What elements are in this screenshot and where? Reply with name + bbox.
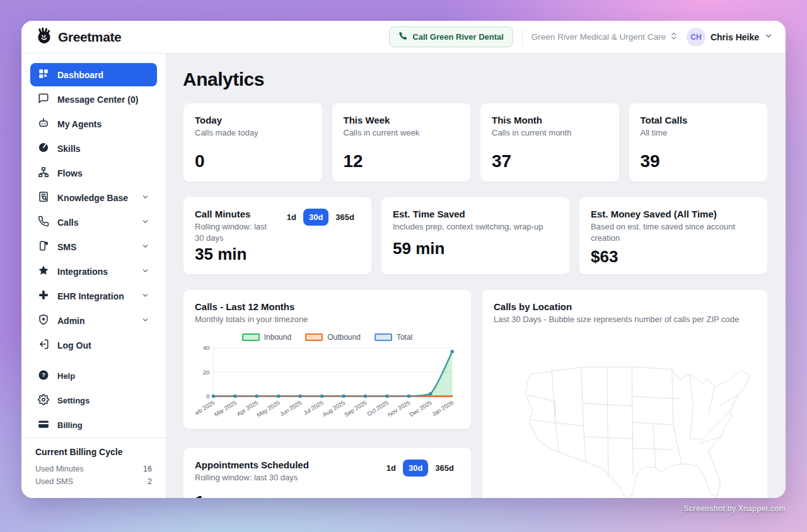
sidebar-item-billing[interactable]: Billing [30,413,157,437]
sidebar-item-message-center[interactable]: Message Center (0) [30,88,157,111]
organization-select[interactable]: Green River Medical & Urgent Care [531,32,678,42]
us-map [494,349,756,498]
chart-title: Calls - Last 12 Months [195,301,460,312]
billing-row-minutes: Used Minutes 16 [35,463,152,475]
legend-item[interactable]: Inbound [242,333,291,342]
sidebar-item-log-out[interactable]: Log Out [30,333,157,357]
range-1d-button[interactable]: 1d [281,209,302,226]
sidebar-item-settings[interactable]: Settings [30,389,157,412]
watermark: Screenshot by Xnapper.com [684,504,786,513]
svg-text:May 2025: May 2025 [256,399,281,418]
avatar: CH [687,28,705,47]
calls-chart-card: Calls - Last 12 Months Monthly totals in… [183,289,472,429]
metric-card-row: Call Minutes Rolling window: last 30 day… [183,197,768,275]
call-minutes-card: Call Minutes Rolling window: last 30 day… [183,197,372,275]
appointments-range-toggle: 1d 30d 365d [381,460,460,477]
skills-pie-icon [38,142,49,155]
stat-value: 39 [641,151,757,171]
logout-icon [38,338,49,352]
header-divider [522,29,523,45]
sidebar-item-sms[interactable]: SMS [30,235,157,258]
sidebar-item-dashboard[interactable]: Dashboard [30,63,157,86]
range-1d-button[interactable]: 1d [381,460,402,477]
brand-logo[interactable]: Greetmate [35,27,121,47]
svg-text:?: ? [42,371,45,378]
sidebar-item-knowledge-base[interactable]: Knowledge Base [30,186,157,209]
legend-item[interactable]: Total [374,333,412,342]
legend-item[interactable]: Outbound [305,333,361,342]
call-minutes-value: 35 min [195,245,360,264]
knowledge-base-icon [38,191,49,204]
call-minutes-range-toggle: 1d 30d 365d [281,209,360,226]
range-30d-button[interactable]: 30d [403,460,428,477]
stat-card-row: Today Calls made today 0 This Week Calls… [183,103,768,182]
sidebar-item-admin[interactable]: Admin [30,309,157,332]
range-365d-button[interactable]: 365d [330,209,360,226]
svg-text:20: 20 [203,368,210,375]
svg-text:Jul 2025: Jul 2025 [302,399,324,416]
chart-subtitle: Monthly totals in your timezone [195,314,460,325]
user-menu[interactable]: CH Chris Heike [687,28,773,47]
help-icon: ? [38,369,49,383]
stat-card-today: Today Calls made today 0 [183,103,323,182]
calls-by-location-card: Calls by Location Last 30 Days - Bubble … [482,289,768,498]
up-down-chevron-icon [670,32,678,42]
svg-text:Aug 2025: Aug 2025 [322,399,346,418]
shield-user-icon [38,314,49,327]
stat-value: 0 [195,151,311,171]
flows-hierarchy-icon [38,166,49,180]
sidebar-item-integrations[interactable]: Integrations [30,260,157,283]
time-saved-card: Est. Time Saved Includes prep, context s… [381,197,570,275]
svg-text:Jan 2026: Jan 2026 [431,399,455,417]
sidebar-item-help[interactable]: ? Help [30,364,157,388]
sidebar-item-my-agents[interactable]: My Agents [30,112,157,136]
svg-text:Mar 2025: Mar 2025 [213,399,238,417]
top-bar: Greetmate Call Green River Dental Green … [21,21,786,54]
svg-text:Sep 2025: Sep 2025 [343,399,368,418]
chevron-down-icon [141,267,149,277]
chevron-down-icon [141,193,149,203]
call-practice-button[interactable]: Call Green River Dental [389,26,513,47]
phone-icon [38,216,49,229]
svg-text:Apr 2025: Apr 2025 [236,399,259,417]
app-window: Greetmate Call Green River Dental Green … [21,21,786,498]
medical-plus-icon [38,289,49,303]
chevron-down-icon [141,242,149,252]
stat-card-total-calls: Total Calls All time 39 [629,103,769,182]
time-saved-value: 59 min [393,239,558,258]
user-name: Chris Heike [711,32,759,42]
money-saved-card: Est. Money Saved (All Time) Based on est… [579,197,768,275]
main-content: Analytics Today Calls made today 0 This … [166,54,786,498]
gear-icon [38,394,49,407]
chevron-down-icon [764,32,773,43]
stat-card-this-month: This Month Calls in current month 37 [480,103,620,182]
sidebar-item-ehr-integration[interactable]: EHR Integration [30,284,157,308]
svg-text:Oct 2025: Oct 2025 [366,399,390,417]
svg-text:Jun 2025: Jun 2025 [279,399,303,417]
chevron-down-icon [141,316,149,326]
svg-text:0: 0 [206,393,210,400]
sidebar: Dashboard Message Center (0) My Agents S… [21,54,166,498]
billing-row-sms: Used SMS 2 [35,475,152,488]
message-icon [38,93,49,106]
chevron-down-icon [141,217,149,228]
phone-icon [398,32,407,42]
svg-text:Dec 2025: Dec 2025 [409,399,433,418]
hand-logo-icon [35,27,53,47]
billing-summary: Current Billing Cycle Used Minutes 16 Us… [21,437,166,498]
range-365d-button[interactable]: 365d [429,460,460,477]
robot-icon [38,117,49,130]
calls-line-chart: 02040Feb 2025Mar 2025Apr 2025May 2025Jun… [195,343,461,424]
money-saved-value: $63 [591,247,756,267]
billing-summary-title: Current Billing Cycle [35,447,152,457]
sms-device-icon [38,240,49,253]
appointments-card: Appointments Scheduled Rolling window: l… [183,448,472,498]
credit-card-icon [38,419,49,432]
sidebar-item-calls[interactable]: Calls [30,211,157,234]
sidebar-item-flows[interactable]: Flows [30,161,157,185]
sidebar-item-skills[interactable]: Skills [30,137,157,160]
page-title: Analytics [183,69,768,90]
brand-name: Greetmate [58,30,121,45]
sidebar-spacer [21,357,166,364]
range-30d-button[interactable]: 30d [303,209,328,226]
